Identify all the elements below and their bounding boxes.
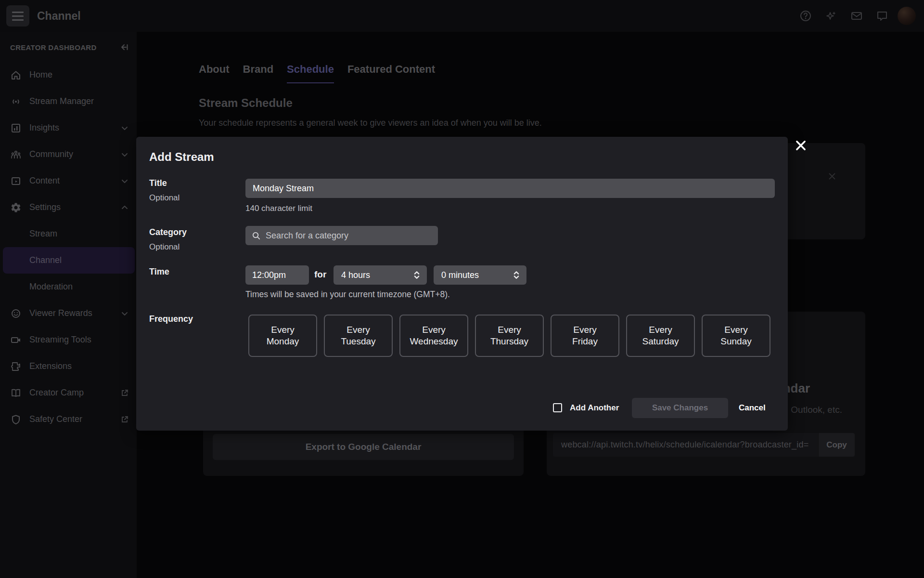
category-placeholder: Search for a category [266, 231, 348, 241]
updown-icon [413, 270, 420, 280]
frequency-every-sunday[interactable]: Every Sunday [702, 315, 770, 357]
search-icon [252, 231, 261, 240]
category-optional-label: Optional [149, 242, 180, 252]
modal-close-icon[interactable] [794, 139, 808, 152]
title-label: Title [149, 178, 167, 188]
category-label: Category [149, 227, 187, 237]
character-limit-hint: 140 character limit [245, 203, 312, 214]
timezone-note: Times will be saved in your current time… [245, 289, 450, 300]
frequency-every-thursday[interactable]: Every Thursday [475, 315, 544, 357]
add-stream-modal: Add Stream Title Optional Monday Stream … [136, 137, 788, 431]
updown-icon [513, 270, 520, 280]
for-label: for [314, 268, 326, 281]
frequency-every-tuesday[interactable]: Every Tuesday [324, 315, 393, 357]
modal-title: Add Stream [149, 150, 214, 164]
add-another-checkbox[interactable] [553, 403, 562, 412]
category-search-input[interactable]: Search for a category [245, 226, 438, 245]
frequency-every-friday[interactable]: Every Friday [551, 315, 619, 357]
frequency-every-monday[interactable]: Every Monday [248, 315, 317, 357]
cancel-button[interactable]: Cancel [739, 402, 766, 414]
title-input[interactable]: Monday Stream [245, 179, 775, 198]
add-another-label: Add Another [570, 402, 619, 414]
frequency-every-saturday[interactable]: Every Saturday [626, 315, 695, 357]
frequency-label: Frequency [149, 314, 193, 324]
title-optional-label: Optional [149, 193, 180, 203]
time-label: Time [149, 267, 169, 277]
frequency-every-wednesday[interactable]: Every Wednesday [399, 315, 468, 357]
save-changes-button[interactable]: Save Changes [632, 398, 728, 418]
start-time-input[interactable]: 12:00pm [245, 265, 309, 285]
duration-minutes-select[interactable]: 0 minutes [434, 265, 526, 285]
duration-hours-select[interactable]: 4 hours [334, 265, 427, 285]
